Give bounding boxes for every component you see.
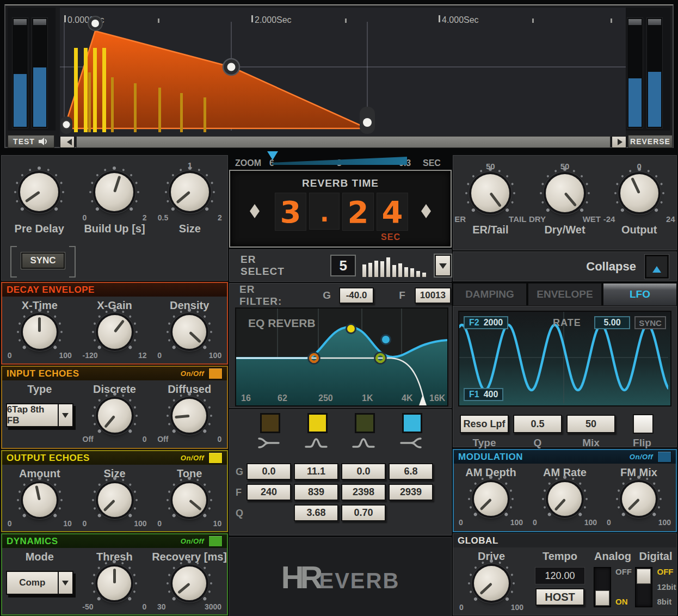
test-button[interactable]: TEST — [8, 135, 54, 148]
input-echoes-toggle[interactable] — [208, 368, 223, 379]
bell-filter-icon[interactable] — [304, 436, 328, 450]
predelay-knob[interactable] — [20, 173, 58, 211]
dry-wet-label: Dry/Wet — [544, 223, 585, 236]
decay-envelope-section: DECAY ENVELOPE X-Time 0100 X-Gain -12012… — [1, 282, 228, 365]
lfo-type-dropdown[interactable]: Reso Lpf — [460, 415, 509, 433]
tab-envelope[interactable]: ENVELOPE — [528, 283, 602, 306]
lfo-flip-button[interactable] — [633, 414, 654, 434]
density-knob[interactable] — [172, 315, 206, 349]
reverse-button[interactable]: REVERSE — [628, 135, 673, 148]
am-rate-knob[interactable] — [548, 482, 582, 516]
envelope-graph[interactable] — [60, 8, 626, 137]
band1-color-swatch[interactable] — [260, 413, 280, 433]
output-knob[interactable] — [620, 174, 658, 212]
band3-q[interactable]: 0.70 — [341, 504, 386, 521]
low-shelf-icon[interactable] — [257, 436, 281, 450]
fm-mix-knob[interactable] — [622, 482, 656, 516]
band2-color-swatch[interactable] — [307, 413, 328, 433]
tempo-value-display[interactable]: 120.00 — [535, 567, 585, 584]
reverb-time-spinner-right[interactable] — [420, 199, 432, 223]
band4-gain[interactable]: 6.8 — [389, 463, 433, 480]
lfo-q-value[interactable]: 0.5 — [513, 415, 562, 433]
er-select-dropdown-button[interactable] — [435, 255, 451, 276]
host-button[interactable]: HOST — [535, 588, 584, 606]
analog-toggle[interactable] — [594, 567, 611, 607]
mode-dropdown[interactable]: Comp — [6, 571, 73, 595]
collapse-label: Collapse — [586, 260, 636, 274]
band4-color-swatch[interactable] — [402, 413, 422, 433]
collapse-button[interactable] — [645, 255, 669, 279]
band2-q[interactable]: 3.68 — [294, 504, 338, 521]
xtime-label: X-Time — [22, 299, 58, 312]
output-size-knob[interactable] — [98, 483, 132, 517]
er-filter-gain-value[interactable]: -40.0 — [339, 287, 374, 304]
buildup-knob[interactable] — [95, 173, 133, 211]
size-knob[interactable] — [171, 173, 209, 211]
reverb-time-unit: SEC — [381, 232, 400, 242]
density-label: Density — [170, 299, 209, 312]
thresh-knob[interactable] — [97, 566, 131, 600]
lfo-f1-box[interactable]: F1400 — [464, 388, 503, 401]
fm-mix-label: FM Mix — [620, 466, 657, 479]
amount-label: Amount — [19, 467, 60, 480]
xgain-label: X-Gain — [97, 299, 132, 312]
band1-gain[interactable]: 0.0 — [246, 463, 291, 480]
lfo-f2-box[interactable]: F22000 — [464, 316, 508, 329]
reverb-envelope-editor[interactable]: 0.000Sec 2.000Sec 4.000Sec — [60, 8, 626, 137]
meter-left-1 — [12, 17, 28, 128]
modulation-toggle[interactable] — [657, 451, 671, 463]
am-depth-knob[interactable] — [474, 482, 508, 516]
band3-gain[interactable]: 0.0 — [341, 463, 386, 480]
digital-toggle[interactable] — [635, 567, 652, 607]
reverse-label: REVERSE — [630, 137, 670, 146]
scroll-right-button[interactable] — [612, 136, 626, 148]
lfo-mix-value[interactable]: 50 — [566, 415, 615, 433]
er-filter-freq-value[interactable]: 10013 — [415, 287, 451, 304]
sync-button[interactable]: SYNC — [21, 252, 65, 269]
discrete-knob[interactable] — [98, 399, 132, 433]
band4-freq[interactable]: 2939 — [389, 484, 433, 501]
band3-freq[interactable]: 2398 — [341, 484, 386, 501]
modulation-header: MODULATION On/Off — [454, 450, 676, 464]
lfo-display[interactable]: F22000 RATE 5.00 SYNC F1400 — [458, 311, 671, 406]
lfo-sync-button[interactable]: SYNC — [634, 316, 666, 329]
tab-damping[interactable]: DAMPING — [453, 283, 527, 306]
drive-knob[interactable] — [474, 566, 509, 601]
eq-reverb-graph[interactable]: EQ REVERB 16622501K4K16K — [235, 307, 448, 406]
eq-bands-panel: G F Q 0.0 11.1 0.0 6.8 240 839 2398 2939… — [229, 409, 452, 535]
tempo-label: Tempo — [543, 550, 577, 563]
band2-gain[interactable]: 11.1 — [294, 463, 338, 480]
global-section: GLOBAL Drive 0100 Tempo 120.00 HOST Anal… — [453, 533, 677, 615]
lfo-rate-label: RATE — [553, 317, 581, 329]
output-echoes-toggle[interactable] — [208, 452, 223, 464]
svg-text:EQ REVERB: EQ REVERB — [248, 317, 316, 329]
reverb-time-spinner-left[interactable] — [249, 199, 261, 223]
lfo-rate-value[interactable]: 5.00 — [594, 316, 630, 329]
dynamics-toggle[interactable] — [208, 535, 223, 547]
reverb-time-value[interactable]: 3 . 2 4 — [275, 193, 411, 231]
dry-wet-knob[interactable] — [546, 174, 584, 212]
band3-color-swatch[interactable] — [355, 413, 375, 433]
tone-knob[interactable] — [172, 483, 206, 517]
diffused-knob[interactable] — [172, 399, 206, 433]
band2-freq[interactable]: 839 — [294, 484, 338, 501]
er-select-value[interactable]: 5 — [330, 255, 356, 276]
input-echoes-header: INPUT ECHOES On/Off — [2, 367, 227, 380]
global-header: GLOBAL — [453, 534, 676, 547]
bell-filter-icon[interactable] — [352, 436, 375, 450]
xgain-knob[interactable] — [98, 315, 132, 349]
zoom-slider-handle[interactable] — [267, 151, 278, 165]
recovery-knob[interactable] — [172, 566, 206, 600]
collapse-row: Collapse — [453, 251, 677, 281]
scroll-left-button[interactable] — [60, 136, 75, 148]
xtime-knob[interactable] — [23, 315, 57, 349]
timeline-scrollbar[interactable] — [76, 136, 611, 148]
am-rate-label: AM Rate — [543, 466, 587, 479]
tab-lfo[interactable]: LFO — [603, 283, 677, 306]
high-shelf-icon[interactable] — [399, 436, 423, 450]
er-tail-knob[interactable] — [471, 174, 509, 212]
digital-label: Digital — [639, 550, 672, 563]
amount-knob[interactable] — [23, 483, 57, 517]
band1-freq[interactable]: 240 — [246, 484, 291, 501]
input-type-dropdown[interactable]: 6Tap 8th FB — [6, 403, 73, 427]
